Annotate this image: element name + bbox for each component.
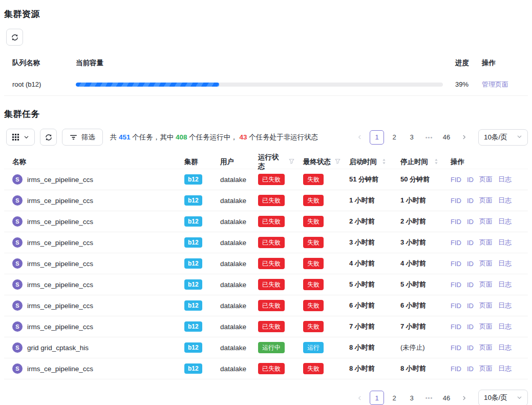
page-button-46[interactable]: 46 (439, 391, 454, 405)
id-link[interactable]: ID (467, 218, 474, 226)
filter-button[interactable]: 筛选 (62, 129, 103, 146)
id-link[interactable]: ID (467, 281, 474, 289)
name-header: 名称 (4, 157, 176, 167)
log-link[interactable]: 日志 (498, 175, 512, 184)
row-actions: FID ID 页面 日志 (442, 343, 528, 352)
stop-time: 3 小时前 (400, 238, 426, 247)
table-row: S irms_ce_pipeline_ccs b12 datalake 已失败 … (4, 295, 528, 316)
page-button-3[interactable]: 3 (405, 130, 419, 145)
page-link[interactable]: 页面 (479, 217, 493, 226)
sorter-icon[interactable] (434, 158, 438, 167)
user-header: 用户 (212, 157, 250, 167)
page-link[interactable]: 页面 (479, 238, 493, 247)
id-link[interactable]: ID (467, 344, 474, 352)
log-link[interactable]: 日志 (498, 217, 512, 226)
log-link[interactable]: 日志 (498, 322, 512, 331)
page-link[interactable]: 页面 (479, 259, 493, 268)
final-status-badge: 失败 (303, 363, 324, 374)
next-page-button[interactable] (457, 391, 471, 405)
final-status-header: 最终状态 (295, 157, 341, 167)
final-status-header-label: 最终状态 (303, 157, 331, 167)
avatar: S (12, 300, 23, 311)
log-link[interactable]: 日志 (498, 301, 512, 310)
column-settings-button[interactable] (6, 129, 35, 146)
fid-link[interactable]: FID (451, 260, 461, 268)
fid-link[interactable]: FID (451, 365, 461, 373)
fid-link[interactable]: FID (451, 281, 461, 289)
id-link[interactable]: ID (467, 323, 474, 331)
prev-page-button[interactable] (352, 391, 367, 405)
page: 集群资源 队列名称 当前容量 进度 操作 root (b12) (0, 0, 532, 405)
start-time-header: 启动时间 (341, 157, 392, 167)
page-link[interactable]: 页面 (479, 301, 493, 310)
fid-link[interactable]: FID (451, 176, 461, 184)
page-button-1[interactable]: 1 (370, 130, 384, 145)
id-link[interactable]: ID (467, 302, 474, 310)
next-page-button[interactable] (457, 130, 471, 145)
id-link[interactable]: ID (467, 176, 474, 184)
page-link[interactable]: 页面 (479, 196, 493, 205)
page-button-2[interactable]: 2 (387, 391, 401, 405)
log-link[interactable]: 日志 (498, 343, 512, 352)
page-button-3[interactable]: 3 (405, 391, 419, 405)
manage-page-link[interactable]: 管理页面 (482, 80, 508, 88)
start-time: 5 小时前 (349, 280, 375, 289)
resources-table: 队列名称 当前容量 进度 操作 root (b12) 39% 管理页面 (4, 53, 528, 96)
log-link[interactable]: 日志 (498, 238, 512, 247)
row-actions: FID ID 页面 日志 (442, 280, 528, 289)
sorter-icon[interactable] (382, 158, 386, 167)
fid-link[interactable]: FID (451, 197, 461, 205)
log-link[interactable]: 日志 (498, 259, 512, 268)
id-link[interactable]: ID (467, 197, 474, 205)
id-link[interactable]: ID (467, 239, 474, 247)
table-row: S grid grid_cptask_his b12 datalake 运行中 … (4, 337, 528, 358)
tasks-table-header: 名称 集群 用户 运行状态 最终状态 (4, 153, 528, 169)
grid-dots-icon (12, 133, 19, 141)
row-actions: FID ID 页面 日志 (442, 364, 528, 373)
start-time: 4 小时前 (349, 259, 375, 268)
avatar: S (12, 216, 23, 227)
avatar: S (12, 195, 23, 206)
log-link[interactable]: 日志 (498, 196, 512, 205)
avatar: S (12, 258, 23, 269)
filter-funnel-icon[interactable] (334, 158, 341, 166)
log-link[interactable]: 日志 (498, 280, 512, 289)
page-ellipsis[interactable]: ••• (422, 391, 436, 405)
fid-link[interactable]: FID (451, 302, 461, 310)
id-link[interactable]: ID (467, 365, 474, 373)
fid-link[interactable]: FID (451, 344, 461, 352)
fid-link[interactable]: FID (451, 218, 461, 226)
stop-time: 7 小时前 (400, 322, 426, 331)
id-link[interactable]: ID (467, 260, 474, 268)
resource-row: root (b12) 39% 管理页面 (4, 73, 528, 96)
fid-link[interactable]: FID (451, 323, 461, 331)
log-link[interactable]: 日志 (498, 364, 512, 373)
refresh-tasks-button[interactable] (40, 129, 57, 146)
page-link[interactable]: 页面 (479, 343, 493, 352)
filter-funnel-icon[interactable] (288, 158, 295, 166)
stop-time-header-label: 停止时间 (400, 157, 428, 167)
page-button-46[interactable]: 46 (439, 130, 454, 145)
refresh-resources-button[interactable] (6, 29, 23, 46)
running-count: 408 (176, 133, 187, 141)
run-status-badge: 已失败 (258, 216, 285, 227)
avatar: S (12, 279, 23, 290)
page-size-select[interactable]: 10条/页 (478, 129, 528, 146)
page-size-select[interactable]: 10条/页 (478, 390, 528, 405)
name-cell: S irms_ce_pipeline_ccs (4, 363, 176, 374)
prev-page-button[interactable] (352, 130, 367, 145)
fid-link[interactable]: FID (451, 239, 461, 247)
task-name: irms_ce_pipeline_ccs (27, 260, 93, 268)
avatar: S (12, 342, 23, 353)
page-ellipsis[interactable]: ••• (422, 130, 436, 145)
row-actions: FID ID 页面 日志 (442, 217, 528, 226)
run-status-badge: 已失败 (258, 363, 285, 374)
page-link[interactable]: 页面 (479, 322, 493, 331)
page-button-1[interactable]: 1 (370, 391, 384, 405)
page-link[interactable]: 页面 (479, 280, 493, 289)
page-link[interactable]: 页面 (479, 175, 493, 184)
task-name: irms_ce_pipeline_ccs (27, 365, 93, 373)
page-button-2[interactable]: 2 (387, 130, 401, 145)
task-name: irms_ce_pipeline_ccs (27, 302, 93, 310)
page-link[interactable]: 页面 (479, 364, 493, 373)
